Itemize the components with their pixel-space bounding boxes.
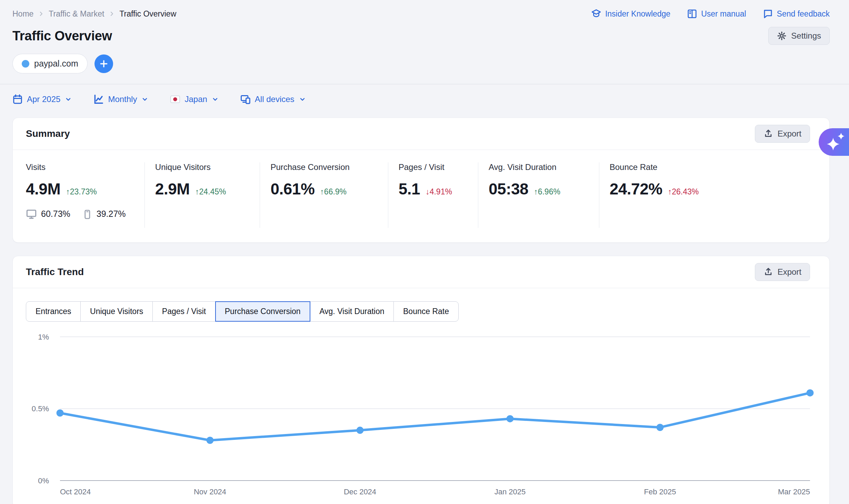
chart-point-dec-2024[interactable] bbox=[357, 426, 364, 434]
settings-button[interactable]: Settings bbox=[768, 27, 830, 45]
y-axis-label: 0% bbox=[38, 476, 49, 485]
x-axis-label: Jan 2025 bbox=[495, 487, 526, 496]
filter-granularity-label: Monthly bbox=[108, 94, 137, 104]
metric-value: 05:38 bbox=[489, 180, 528, 198]
metric-value: 2.9M bbox=[155, 180, 190, 198]
desktop-share-value: 60.73% bbox=[41, 209, 70, 219]
trend-tab-avg-visit-duration[interactable]: Avg. Visit Duration bbox=[310, 301, 394, 322]
book-icon bbox=[687, 9, 697, 19]
export-label: Export bbox=[778, 129, 801, 139]
title-row: Traffic Overview Settings bbox=[12, 27, 830, 45]
traffic-trend-card: Traffic Trend Export EntrancesUnique Vis… bbox=[12, 256, 830, 504]
summary-metric-avg-visit-duration: Avg. Visit Duration05:38↑6.96% bbox=[478, 162, 599, 228]
domain-chip[interactable]: paypal.com bbox=[12, 54, 88, 73]
trend-tab-bounce-rate[interactable]: Bounce Rate bbox=[393, 301, 459, 322]
plus-icon bbox=[99, 59, 109, 69]
summary-metric-pages-visit: Pages / Visit5.1↓4.91% bbox=[388, 162, 478, 228]
filter-region[interactable]: Japan bbox=[170, 94, 219, 104]
metric-change: ↑24.45% bbox=[195, 187, 226, 196]
metric-label: Avg. Visit Duration bbox=[489, 162, 599, 172]
filter-granularity[interactable]: Monthly bbox=[93, 94, 149, 104]
domain-color-dot bbox=[22, 60, 29, 68]
chevron-down-icon bbox=[141, 95, 149, 103]
breadcrumb-item-home[interactable]: Home bbox=[12, 9, 33, 19]
metric-change: ↑26.43% bbox=[668, 187, 699, 196]
summary-export-button[interactable]: Export bbox=[755, 125, 810, 143]
chevron-right-icon bbox=[38, 10, 44, 17]
export-icon bbox=[763, 129, 773, 139]
summary-metric-visits: Visits4.9M↑23.73%60.73%39.27% bbox=[26, 162, 144, 228]
top-bar: HomeTraffic & MarketTraffic Overview Ins… bbox=[12, 0, 830, 21]
calendar-icon bbox=[12, 94, 23, 104]
devices-icon bbox=[240, 94, 251, 104]
trend-line bbox=[60, 393, 810, 440]
metric-change: ↑23.73% bbox=[66, 187, 97, 196]
header-link-label: User manual bbox=[701, 9, 746, 19]
header-link-user-manual[interactable]: User manual bbox=[687, 9, 746, 19]
header-link-send-feedback[interactable]: Send feedback bbox=[763, 9, 830, 19]
section-divider bbox=[0, 84, 849, 84]
chart-point-nov-2024[interactable] bbox=[207, 436, 214, 444]
summary-metric-bounce-rate: Bounce Rate24.72%↑26.43% bbox=[599, 162, 816, 228]
metric-change: ↑6.96% bbox=[534, 187, 560, 196]
header-link-label: Send feedback bbox=[777, 9, 830, 19]
chevron-down-icon bbox=[64, 95, 72, 103]
summary-card-header: Summary Export bbox=[13, 118, 829, 150]
filter-date-label: Apr 2025 bbox=[27, 94, 60, 104]
metric-label: Bounce Rate bbox=[610, 162, 816, 172]
chart-point-jan-2025[interactable] bbox=[507, 415, 514, 422]
metric-value: 0.61% bbox=[270, 180, 314, 198]
chart-point-oct-2024[interactable] bbox=[57, 409, 64, 416]
feedback-icon bbox=[763, 9, 773, 19]
domain-chip-row: paypal.com bbox=[12, 54, 830, 73]
metric-change: ↓4.91% bbox=[426, 187, 452, 196]
summary-title: Summary bbox=[26, 128, 70, 139]
metric-value: 4.9M bbox=[26, 180, 60, 198]
chart-point-feb-2025[interactable] bbox=[657, 424, 664, 431]
trend-metric-tabs: EntrancesUnique VisitorsPages / VisitPur… bbox=[26, 301, 816, 322]
page-title: Traffic Overview bbox=[12, 29, 112, 43]
add-domain-button[interactable] bbox=[94, 54, 113, 73]
x-axis-label: Feb 2025 bbox=[644, 487, 676, 496]
header-link-label: Insider Knowledge bbox=[605, 9, 670, 19]
traffic-trend-header: Traffic Trend Export bbox=[13, 256, 829, 288]
trend-tab-pages-visit[interactable]: Pages / Visit bbox=[152, 301, 216, 322]
sparkle-icon bbox=[837, 132, 845, 140]
header-link-insider-knowledge[interactable]: Insider Knowledge bbox=[591, 9, 670, 19]
x-axis-label: Mar 2025 bbox=[778, 487, 810, 496]
ai-assistant-button[interactable] bbox=[819, 128, 849, 156]
x-axis-label: Nov 2024 bbox=[194, 487, 226, 496]
chevron-down-icon bbox=[299, 95, 306, 103]
filter-date[interactable]: Apr 2025 bbox=[12, 94, 72, 104]
y-axis-label: 0.5% bbox=[32, 404, 49, 413]
export-icon bbox=[763, 267, 773, 277]
metric-label: Visits bbox=[26, 162, 144, 172]
chart-point-mar-2025[interactable] bbox=[807, 389, 814, 396]
breadcrumb-item-traffic-market[interactable]: Traffic & Market bbox=[49, 9, 104, 19]
trend-tab-purchase-conversion[interactable]: Purchase Conversion bbox=[215, 301, 310, 322]
gear-icon bbox=[777, 31, 787, 41]
metric-change: ↑66.9% bbox=[320, 187, 347, 196]
trend-tab-entrances[interactable]: Entrances bbox=[26, 301, 81, 322]
metric-label: Purchase Conversion bbox=[270, 162, 388, 172]
breadcrumb-item-traffic-overview: Traffic Overview bbox=[119, 9, 176, 19]
y-axis-label: 1% bbox=[38, 332, 49, 341]
line-chart-icon bbox=[93, 94, 104, 104]
filter-region-label: Japan bbox=[184, 94, 207, 104]
desktop-icon bbox=[26, 209, 37, 220]
x-axis-label: Dec 2024 bbox=[344, 487, 376, 496]
settings-label: Settings bbox=[791, 31, 821, 41]
chevron-right-icon bbox=[108, 10, 115, 17]
traffic-trend-chart: 0%0.5%1%Oct 2024Nov 2024Dec 2024Jan 2025… bbox=[26, 331, 816, 504]
summary-metric-purchase-conversion: Purchase Conversion0.61%↑66.9% bbox=[260, 162, 388, 228]
trend-tab-unique-visitors[interactable]: Unique Visitors bbox=[80, 301, 153, 322]
breadcrumb: HomeTraffic & MarketTraffic Overview bbox=[12, 9, 176, 19]
filter-devices[interactable]: All devices bbox=[240, 94, 306, 104]
metric-value: 5.1 bbox=[399, 180, 420, 198]
traffic-trend-title: Traffic Trend bbox=[26, 266, 84, 278]
summary-card: Summary Export Visits4.9M↑23.73%60.73%39… bbox=[12, 118, 830, 243]
trend-export-button[interactable]: Export bbox=[755, 263, 810, 281]
device-split: 60.73%39.27% bbox=[26, 209, 144, 220]
metric-value: 24.72% bbox=[610, 180, 662, 198]
mobile-share-value: 39.27% bbox=[97, 209, 126, 219]
